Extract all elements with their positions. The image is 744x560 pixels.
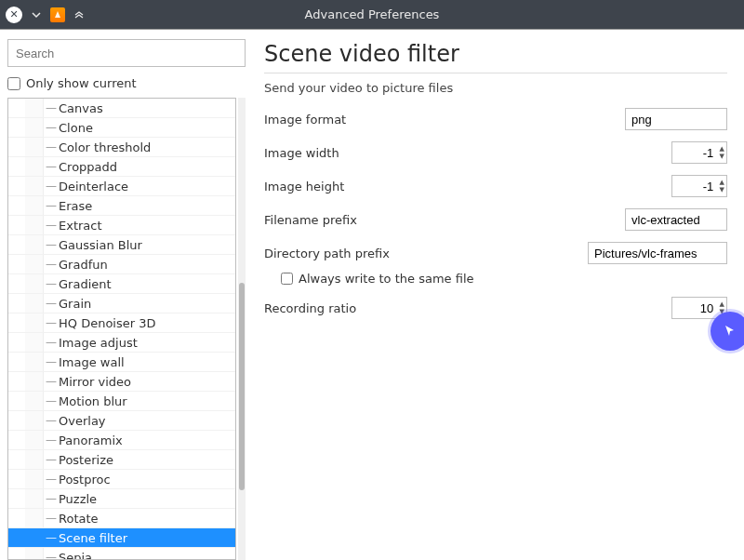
scrollbar[interactable]: [238, 98, 246, 560]
window-title: Advanced Preferences: [0, 7, 744, 21]
settings-panel: Scene video filter Send your video to pi…: [251, 30, 744, 560]
tree-item[interactable]: Panoramix: [8, 431, 235, 450]
tree-item-label: Grain: [59, 297, 91, 311]
tree-item[interactable]: Erase: [8, 196, 235, 216]
tree-item-label: Erase: [59, 199, 92, 213]
divider: [264, 73, 727, 73]
tree-item[interactable]: HQ Denoiser 3D: [8, 313, 235, 333]
image-width-spinner[interactable]: ▲▼: [671, 141, 727, 164]
tree-item[interactable]: Extract: [8, 216, 235, 235]
tree-item[interactable]: Image adjust: [8, 333, 235, 353]
tree-item-label: Extract: [59, 219, 102, 233]
recording-ratio-label: Recording ratio: [264, 301, 356, 315]
tree-item-label: Rotate: [59, 512, 99, 526]
tree-item-label: Color threshold: [59, 140, 151, 154]
tree-item[interactable]: Overlay: [8, 411, 235, 431]
tree-item[interactable]: Canvas: [8, 99, 235, 118]
tree-item[interactable]: Rotate: [8, 509, 235, 528]
tree-item[interactable]: Scene filter: [8, 528, 235, 548]
always-write-checkbox[interactable]: [281, 273, 293, 285]
chevron-up-double-icon[interactable]: [71, 7, 87, 23]
only-show-current-checkbox[interactable]: [7, 77, 20, 90]
only-show-current-label: Only show current: [26, 76, 137, 90]
tree-item[interactable]: Posterize: [8, 450, 235, 470]
image-format-input[interactable]: [625, 108, 727, 130]
content-area: Only show current CanvasCloneColor thres…: [0, 29, 744, 560]
tree-item-label: Canvas: [59, 101, 103, 115]
tree-item-label: HQ Denoiser 3D: [59, 316, 155, 330]
tree-item-label: Sepia: [59, 551, 92, 561]
tree-item[interactable]: Clone: [8, 118, 235, 138]
filename-prefix-label: Filename prefix: [264, 213, 357, 227]
image-width-label: Image width: [264, 146, 339, 160]
tree-item-label: Gradient: [59, 277, 112, 291]
tree-item-label: Posterize: [59, 453, 113, 467]
tree-item[interactable]: Gaussian Blur: [8, 235, 235, 255]
tree-item-label: Motion blur: [59, 394, 127, 408]
tree-item-label: Postproc: [59, 473, 111, 487]
image-height-spinner[interactable]: ▲▼: [671, 175, 727, 197]
tree-item-label: Gaussian Blur: [59, 238, 142, 252]
sidebar: Only show current CanvasCloneColor thres…: [0, 30, 251, 560]
directory-path-prefix-label: Directory path prefix: [264, 247, 390, 260]
tree-item[interactable]: Color threshold: [8, 138, 235, 157]
chevron-down-icon[interactable]: [28, 7, 45, 23]
image-height-label: Image height: [264, 180, 344, 193]
always-write-label: Always write to the same file: [299, 272, 474, 286]
tree-item-label: Puzzle: [59, 492, 97, 506]
tree-item-label: Mirror video: [59, 375, 131, 389]
tree-item[interactable]: Image wall: [8, 353, 235, 372]
tree-item[interactable]: Grain: [8, 294, 235, 313]
spinner-up-icon[interactable]: ▲: [717, 145, 726, 153]
tree-item-label: Gradfun: [59, 258, 108, 272]
tree-item[interactable]: Puzzle: [8, 489, 235, 509]
tree-item[interactable]: Deinterlace: [8, 177, 235, 196]
image-height-input[interactable]: [672, 176, 717, 196]
tree-item-label: Croppadd: [59, 160, 117, 174]
directory-path-prefix-input[interactable]: [588, 242, 727, 264]
cursor-indicator: [711, 312, 744, 351]
image-width-input[interactable]: [672, 142, 717, 163]
tree-item[interactable]: Gradfun: [8, 255, 235, 274]
panel-heading: Scene video filter: [264, 41, 727, 67]
tree-item-label: Scene filter: [59, 531, 127, 545]
titlebar: ✕ Advanced Preferences: [0, 0, 744, 29]
scrollbar-thumb[interactable]: [239, 283, 245, 491]
app-icon: [50, 7, 65, 22]
tree-item-label: Image adjust: [59, 336, 138, 350]
spinner-up-icon[interactable]: ▲: [717, 300, 726, 308]
tree-item[interactable]: Mirror video: [8, 372, 235, 392]
tree-item-label: Clone: [59, 121, 93, 135]
tree-item[interactable]: Postproc: [8, 470, 235, 489]
image-format-label: Image format: [264, 113, 346, 127]
tree-item[interactable]: Croppadd: [8, 157, 235, 177]
tree-item-label: Panoramix: [59, 433, 123, 447]
tree-item[interactable]: Gradient: [8, 274, 235, 294]
tree-item-label: Overlay: [59, 414, 106, 428]
tree-item-label: Image wall: [59, 355, 125, 369]
search-input[interactable]: [7, 39, 246, 67]
filter-tree[interactable]: CanvasCloneColor thresholdCroppaddDeinte…: [7, 98, 236, 560]
close-icon[interactable]: ✕: [6, 7, 22, 23]
tree-item-label: Deinterlace: [59, 180, 128, 193]
panel-subtitle: Send your video to picture files: [264, 81, 727, 95]
tree-item[interactable]: Motion blur: [8, 392, 235, 411]
spinner-down-icon[interactable]: ▼: [717, 186, 726, 193]
recording-ratio-input[interactable]: [672, 298, 717, 318]
tree-item[interactable]: Sepia: [8, 548, 235, 560]
spinner-down-icon[interactable]: ▼: [717, 153, 726, 160]
filename-prefix-input[interactable]: [625, 208, 727, 231]
spinner-up-icon[interactable]: ▲: [717, 179, 726, 186]
